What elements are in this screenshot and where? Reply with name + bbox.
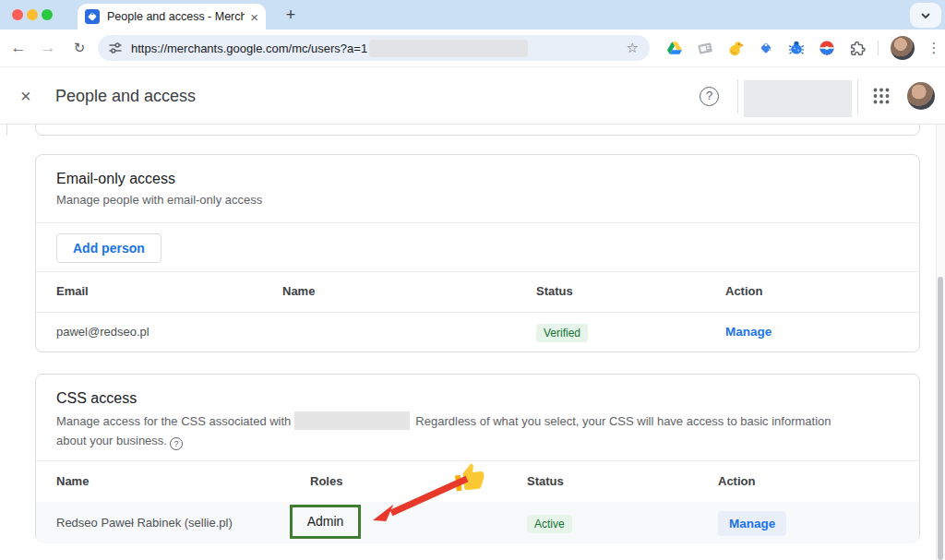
tab-title: People and access - Merchan <box>107 10 245 23</box>
column-action: Action <box>725 271 762 312</box>
tab-search-button[interactable] <box>910 3 941 28</box>
profile-avatar[interactable] <box>891 36 915 60</box>
header-separator <box>737 79 738 113</box>
page-content: Email-only access Manage people with ema… <box>0 125 945 560</box>
manage-link[interactable]: Manage <box>725 325 772 339</box>
account-avatar[interactable] <box>907 82 935 110</box>
price-tag-icon[interactable] <box>758 40 774 56</box>
email-table-header: Email Name Status Action <box>36 271 919 312</box>
description-text: Manage access for the CSS associated wit… <box>56 414 291 428</box>
css-name-redaction-box <box>294 411 410 430</box>
url-text: https://merchants.google.com/mc/users?a=… <box>131 42 367 55</box>
manage-button[interactable]: Manage <box>718 511 786 536</box>
reader-icon[interactable] <box>697 40 713 56</box>
browser-menu-icon[interactable]: ⋮ <box>926 30 942 66</box>
status-badge: Verified <box>536 324 588 342</box>
site-info-icon[interactable] <box>108 41 123 55</box>
toolbar-separator <box>878 41 879 55</box>
page-title: People and access <box>55 67 196 125</box>
row-name: Redseo Paweł Rabinek (sellie.pl) <box>56 502 233 543</box>
page-header: × People and access ? <box>0 66 945 125</box>
email-only-access-card: Email-only access Manage people with ema… <box>35 154 920 352</box>
macos-zoom-button[interactable] <box>42 9 53 20</box>
close-icon[interactable]: × <box>20 67 31 125</box>
admin-role-highlight-box: Admin <box>290 505 361 539</box>
bookmark-star-icon[interactable]: ☆ <box>627 35 639 61</box>
new-tab-button[interactable]: + <box>279 3 303 27</box>
scrollbar-thumb[interactable] <box>938 277 943 560</box>
help-icon[interactable]: ? <box>700 87 719 106</box>
forward-button[interactable]: → <box>35 30 61 66</box>
back-button[interactable]: ← <box>6 30 31 66</box>
divider <box>36 222 919 223</box>
merchant-center-favicon-icon <box>85 9 100 24</box>
status-badge: Active <box>527 515 572 533</box>
header-separator <box>857 79 858 113</box>
tab-strip: People and access - Merchan × + <box>0 0 945 30</box>
duck-icon[interactable] <box>727 40 744 56</box>
css-section-title: CSS access <box>36 375 919 407</box>
row-role: Admin <box>307 514 344 529</box>
chevron-down-icon <box>918 8 933 23</box>
previous-card-edge <box>35 125 920 136</box>
tab-close-icon[interactable]: × <box>250 10 258 24</box>
reload-button[interactable]: ↻ <box>66 30 92 66</box>
column-name: Name <box>56 460 89 502</box>
email-section-title: Email-only access <box>36 155 919 187</box>
ball-icon[interactable] <box>819 40 835 56</box>
row-email: pawel@redseo.pl <box>56 312 150 352</box>
add-person-button[interactable]: Add person <box>56 233 161 263</box>
browser-toolbar: ← → ↻ https://merchants.google.com/mc/us… <box>0 30 945 66</box>
bug-icon[interactable] <box>788 40 805 56</box>
browser-tab[interactable]: People and access - Merchan × <box>78 4 266 30</box>
layout-divider <box>6 125 7 136</box>
extensions-puzzle-icon[interactable] <box>849 40 866 56</box>
address-bar[interactable]: https://merchants.google.com/mc/users?a=… <box>98 35 650 61</box>
account-name-redaction-box <box>744 80 852 117</box>
column-action: Action <box>718 460 755 502</box>
column-status: Status <box>536 271 573 312</box>
url-redaction-box <box>369 40 528 57</box>
column-email: Email <box>56 271 89 312</box>
column-status: Status <box>527 460 564 502</box>
browser-window: People and access - Merchan × + ← → ↻ ht… <box>0 0 945 560</box>
macos-minimize-button[interactable] <box>27 9 38 20</box>
email-table-row: pawel@redseo.pl Verified Manage <box>36 312 919 352</box>
help-icon[interactable]: ? <box>170 437 183 450</box>
apps-grid-icon[interactable] <box>872 87 891 105</box>
drive-icon[interactable] <box>666 40 683 56</box>
column-roles: Roles <box>310 460 342 502</box>
macos-close-button[interactable] <box>12 9 23 20</box>
red-arrow-annotation <box>365 471 478 527</box>
css-section-description: Manage access for the CSS associated wit… <box>36 411 881 450</box>
column-name: Name <box>282 271 315 312</box>
email-section-subtitle: Manage people with email-only access <box>36 193 919 208</box>
